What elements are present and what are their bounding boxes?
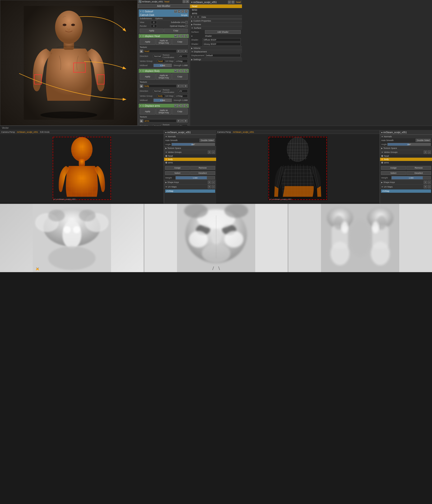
deselect-btn[interactable]: Deselect: [190, 171, 215, 175]
dh-uvmap-value[interactable]: UVMap: [175, 60, 188, 63]
subsurf-type[interactable]: Catmull-Clark: [140, 14, 155, 16]
da-copy-btn[interactable]: Copy: [172, 108, 188, 115]
subsurf-close-icon[interactable]: ✕: [185, 10, 188, 13]
subsurf-cam-icon[interactable]: 📷: [174, 10, 177, 13]
vg-add-btn[interactable]: +: [208, 151, 211, 154]
r-sk-remove-btn[interactable]: −: [428, 181, 431, 184]
close-btn-icon[interactable]: ✕: [186, 0, 189, 3]
rp-plus-icon[interactable]: +: [228, 1, 231, 4]
vg-arms-item[interactable]: arms: [164, 161, 216, 164]
db-close-icon[interactable]: ✕: [185, 70, 188, 72]
dh-collapse[interactable]: ▼: [140, 35, 142, 37]
dh-copy-btn[interactable]: Copy: [172, 39, 188, 45]
db-render-icon[interactable]: ◎: [181, 70, 184, 72]
db-mid-bar[interactable]: 0.500: [154, 99, 172, 102]
add-shader-btn[interactable]: Add Shader: [205, 30, 241, 34]
object-list-item-head[interactable]: head: [190, 5, 242, 8]
uvm-add-btn[interactable]: +: [208, 185, 211, 189]
dh-close-icon[interactable]: ✕: [185, 35, 188, 37]
preview-header[interactable]: ▶ Preview: [190, 23, 242, 26]
add-btn-icon[interactable]: +: [183, 0, 185, 3]
disp-default[interactable]: Default: [205, 54, 241, 57]
tex-space-header[interactable]: ▶ Texture Space: [164, 146, 216, 150]
shape-keys-header[interactable]: ▶ Shape Keys + −: [164, 180, 216, 184]
da-cam-icon[interactable]: 📷: [174, 104, 177, 107]
db-vg-value[interactable]: body: [157, 94, 165, 98]
r-uvm-add-btn[interactable]: +: [424, 185, 427, 189]
da-dir-value[interactable]: Normal: [153, 124, 162, 126]
sk-remove-btn[interactable]: −: [211, 181, 215, 184]
uvm-remove-btn[interactable]: −: [211, 185, 215, 189]
r-double-sided-btn[interactable]: Double Sided: [416, 139, 431, 142]
props-x-icon[interactable]: ✕: [197, 16, 199, 18]
r-uvm-remove-btn[interactable]: −: [428, 185, 431, 189]
r-vg-arms-item[interactable]: arms: [380, 161, 432, 164]
vertex-groups-header[interactable]: ▼ Vertex Groups + −: [164, 150, 216, 154]
r-vg-add-btn[interactable]: +: [424, 151, 427, 154]
add-modifier-button[interactable]: Add Modifier: [138, 4, 190, 8]
r-sk-add-btn[interactable]: +: [424, 181, 427, 184]
right-mid-viewport[interactable]: Camera Persp mrSteam_sculpt_v051: [216, 130, 380, 203]
r-vertex-groups-header[interactable]: ▼ Vertex Groups + −: [380, 150, 432, 154]
db-shape-key-btn[interactable]: Apply as Shape Key: [156, 73, 172, 80]
da-texcoord-value[interactable]: UV: [178, 124, 188, 126]
diffuse-value[interactable]: Diffuse BSDF: [202, 38, 241, 42]
vg-remove-btn[interactable]: −: [211, 151, 215, 154]
db-tex-plus-btn[interactable]: +: [181, 84, 184, 88]
dh-apply-btn[interactable]: Apply: [140, 39, 155, 45]
settings-header[interactable]: ▶ Settings: [190, 58, 242, 61]
render-value[interactable]: 0: [151, 24, 157, 28]
object-list-item-arms[interactable]: arms: [190, 12, 242, 15]
dh-texcoord-value[interactable]: UV: [178, 54, 188, 58]
r-vg-head-item[interactable]: head: [380, 154, 432, 158]
da-eye-icon[interactable]: 👁: [178, 104, 181, 107]
optimal-display-checkbox[interactable]: ✓: [185, 25, 188, 27]
custom-props-header[interactable]: ▶ Custom Properties: [190, 19, 242, 23]
r-deselect-btn[interactable]: Deselect: [406, 171, 431, 175]
vg-head-item[interactable]: head: [164, 154, 216, 158]
select-btn[interactable]: Select: [165, 171, 190, 175]
rp-x-icon[interactable]: ✕: [231, 1, 234, 4]
db-apply-btn[interactable]: Apply: [140, 73, 155, 80]
subsurf-collapse[interactable]: ▼: [140, 10, 142, 13]
displacement-header[interactable]: ▼ Displacement: [190, 50, 242, 53]
dh-tex-f-btn[interactable]: F: [177, 50, 180, 53]
da-tex-name[interactable]: arms: [144, 119, 176, 123]
r-normals-section-header[interactable]: ▼ Normals: [380, 135, 432, 138]
r-weight-bar[interactable]: 1.000: [391, 176, 431, 180]
normals-section-header[interactable]: ▼ Normals: [164, 135, 216, 138]
r-assign-btn[interactable]: Assign: [381, 166, 406, 170]
remove-btn[interactable]: Remove: [190, 166, 215, 170]
da-apply-btn[interactable]: Apply: [140, 108, 155, 115]
r-tex-space-header[interactable]: ▶ Texture Space: [380, 146, 432, 150]
r-vg-body-item[interactable]: body: [380, 158, 432, 161]
db-tex-f-btn[interactable]: F: [177, 84, 180, 88]
sk-add-btn[interactable]: +: [208, 181, 211, 184]
r-uv-maps-header[interactable]: ▼ UV Maps + −: [380, 184, 432, 189]
double-sided-btn[interactable]: Double Sided: [200, 139, 215, 142]
dh-tex-x-btn[interactable]: ✕: [184, 50, 188, 53]
dh-mid-bar[interactable]: 0.500: [154, 64, 172, 67]
subsurf-copy-btn[interactable]: Copy: [164, 29, 188, 33]
da-shape-key-btn[interactable]: Apply as Shape Key: [156, 108, 172, 115]
props-plus-icon[interactable]: +: [194, 16, 195, 18]
subdivide-uvs-checkbox[interactable]: ✓: [185, 21, 188, 23]
da-render-icon[interactable]: ◎: [181, 104, 184, 107]
db-cam-icon[interactable]: 📷: [174, 70, 177, 72]
uvmap-item[interactable]: UVMap: [165, 189, 215, 193]
db-tex-name[interactable]: body: [144, 84, 176, 88]
left-mid-viewport[interactable]: Camera Persp mrSteam_sculpt_v051 Edit Mo…: [0, 130, 164, 203]
weight-bar[interactable]: 1.000: [175, 176, 215, 180]
db-uvmap-value[interactable]: UVMap: [175, 94, 188, 98]
db-tex-x-btn[interactable]: ✕: [184, 84, 188, 88]
da-tex-f-btn[interactable]: F: [177, 119, 180, 123]
subsurf-apply-btn[interactable]: Apply: [140, 29, 164, 33]
r-select-btn[interactable]: Select: [381, 171, 406, 175]
r-shape-keys-header[interactable]: ▶ Shape Keys + −: [380, 180, 432, 184]
db-dir-value[interactable]: Normal: [153, 89, 162, 93]
angle-bar[interactable]: 180°: [172, 143, 215, 146]
r-vg-remove-btn[interactable]: −: [428, 151, 431, 154]
da-close-icon[interactable]: ✕: [185, 104, 188, 107]
db-texcoord-value[interactable]: UV: [178, 89, 188, 93]
subsurf-eye-icon[interactable]: 👁: [178, 10, 181, 13]
